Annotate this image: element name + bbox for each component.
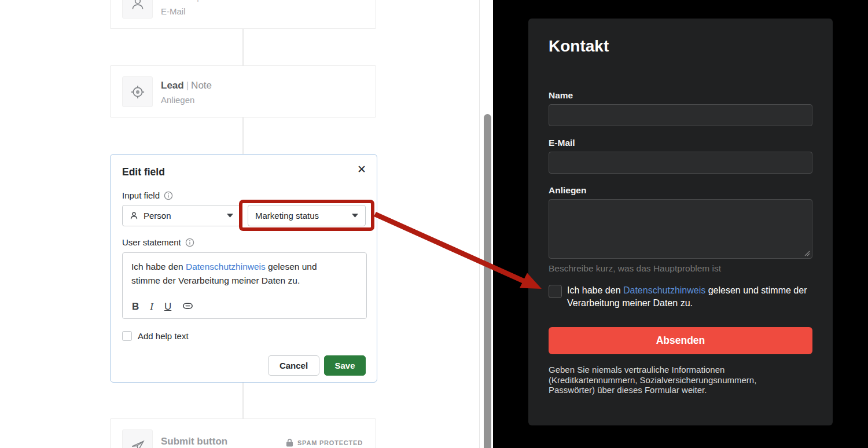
entity-dropdown[interactable]: Person xyxy=(122,205,241,226)
entity-dropdown-value: Person xyxy=(144,211,171,221)
info-icon xyxy=(164,191,173,200)
input-field-label: Input field xyxy=(122,190,173,200)
target-icon xyxy=(122,76,153,107)
modal-actions: Cancel Save xyxy=(268,355,366,376)
send-icon xyxy=(122,429,153,448)
underline-button[interactable]: U xyxy=(164,301,171,313)
modal-title: Edit field xyxy=(122,166,165,178)
form-title: Kontakt xyxy=(549,37,609,56)
edit-field-modal: Edit field ✕ Input field Person Marketin… xyxy=(110,154,377,383)
field-dropdown[interactable]: Marketing status xyxy=(248,205,366,226)
field-card-title: Submit button xyxy=(161,436,227,447)
privacy-link[interactable]: Datenschutzhinweis xyxy=(623,285,705,295)
link-icon xyxy=(182,302,193,310)
add-help-text-label: Add help text xyxy=(138,331,189,341)
info-icon xyxy=(185,238,194,247)
add-help-text-checkbox[interactable] xyxy=(122,331,132,341)
field-card-title: Lead|Note xyxy=(161,80,212,91)
lock-icon xyxy=(286,438,293,447)
save-button[interactable]: Save xyxy=(324,355,366,376)
anliegen-textarea[interactable] xyxy=(549,199,812,259)
consent-text: Ich habe den Datenschutzhinweis gelesen … xyxy=(567,284,812,310)
field-card-person-email[interactable]: Person|Email E-Mail xyxy=(110,0,376,29)
spam-protected-badge: SPAM PROTECTED xyxy=(286,438,363,447)
resize-handle-icon[interactable] xyxy=(804,251,810,256)
italic-button[interactable]: I xyxy=(150,301,153,313)
field-connector-line xyxy=(242,29,244,65)
format-toolbar: B I U xyxy=(132,301,193,313)
builder-canvas: Person|Email E-Mail Lead|Note Anliegen xyxy=(0,0,480,448)
person-icon xyxy=(122,0,153,19)
consent-checkbox[interactable] xyxy=(549,285,562,298)
form-builder-screen: Person|Email E-Mail Lead|Note Anliegen xyxy=(0,0,868,448)
close-icon[interactable]: ✕ xyxy=(357,164,366,175)
bold-button[interactable]: B xyxy=(132,301,139,313)
link-button[interactable] xyxy=(182,301,193,313)
field-card-subtitle: E-Mail xyxy=(161,6,186,16)
name-label: Name xyxy=(549,90,573,101)
email-input[interactable] xyxy=(549,152,812,174)
cancel-button[interactable]: Cancel xyxy=(268,355,319,376)
field-dropdown-value: Marketing status xyxy=(255,211,319,221)
canvas-edge-divider xyxy=(479,0,480,448)
field-card-subtitle: Anliegen xyxy=(161,95,194,105)
submit-button[interactable]: Absenden xyxy=(549,327,812,354)
person-icon xyxy=(130,211,138,220)
statement-text: Ich habe den Datenschutzhinweis gelesen … xyxy=(131,260,333,288)
email-label: E-Mail xyxy=(549,138,575,148)
user-statement-label: User statement xyxy=(122,237,194,247)
form-preview-panel: Kontakt Name E-Mail Anliegen Beschreibe … xyxy=(528,19,833,425)
chevron-down-icon xyxy=(352,214,358,218)
anliegen-label: Anliegen xyxy=(549,185,586,196)
field-card-lead-note[interactable]: Lead|Note Anliegen xyxy=(110,65,376,117)
scrollbar-thumb[interactable] xyxy=(484,114,491,448)
field-connector-line xyxy=(242,383,244,418)
field-card-title: Person|Email xyxy=(161,0,226,3)
anliegen-help-text: Beschreibe kurz, was das Hauptproblem is… xyxy=(549,263,721,274)
statement-editor[interactable]: Ich habe den Datenschutzhinweis gelesen … xyxy=(122,252,367,319)
field-card-submit-button[interactable]: Submit button SPAM PROTECTED xyxy=(110,418,376,448)
chevron-down-icon xyxy=(227,214,233,218)
name-input[interactable] xyxy=(549,104,812,126)
privacy-link[interactable]: Datenschutzhinweis xyxy=(186,262,266,271)
field-connector-line xyxy=(242,117,244,154)
disclaimer-text: Geben Sie niemals vertrauliche Informati… xyxy=(549,365,780,395)
add-help-text-row: Add help text xyxy=(122,331,189,341)
